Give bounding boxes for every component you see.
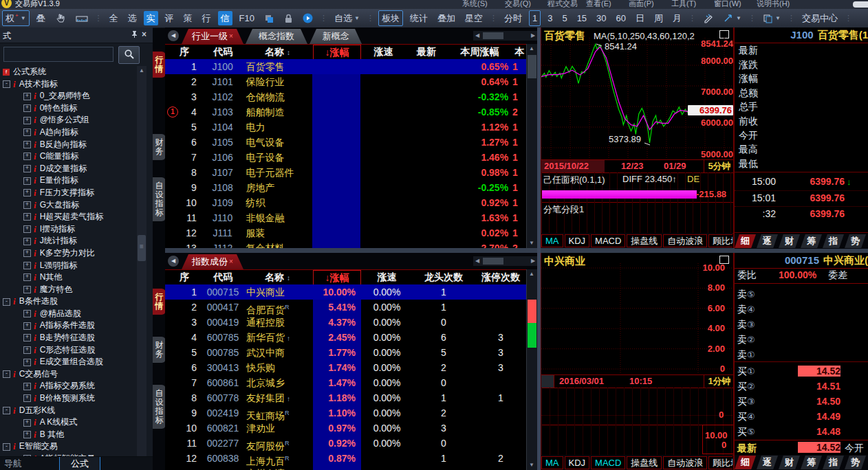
table-row[interactable]: 1000715中兴商业10.00%0.00%1 bbox=[165, 284, 527, 300]
toolbar-item-60[interactable]: 60 bbox=[614, 11, 629, 25]
menu-画面(P)[interactable]: 画面(P) bbox=[629, 0, 654, 9]
toolbar-item-全[interactable]: 全 bbox=[107, 11, 121, 25]
expand-icon[interactable]: + bbox=[23, 310, 31, 317]
toolbar-item-信[interactable]: 信 bbox=[218, 11, 232, 25]
scrollbar-thumb[interactable] bbox=[483, 258, 503, 265]
tree-item[interactable]: +iK多空势力对比 bbox=[0, 247, 136, 260]
expand-icon[interactable]: + bbox=[23, 165, 31, 172]
scroll-up-icon[interactable]: ▲ bbox=[137, 66, 147, 76]
menu-交易(Q)[interactable]: 交易(Q) bbox=[505, 0, 531, 9]
table-row[interactable]: 3J102仓储物流-0.32%1 bbox=[165, 89, 527, 105]
tree-item[interactable]: +iA指标交易系统 bbox=[0, 380, 136, 392]
expand-icon[interactable]: + bbox=[23, 431, 31, 438]
indicator-tab-KDJ[interactable]: KDJ bbox=[565, 456, 590, 469]
search-button[interactable] bbox=[118, 46, 140, 64]
table-row[interactable]: 11J110非银金融1.63%1 bbox=[165, 210, 527, 226]
toolbar-item-叠[interactable]: 叠 bbox=[34, 11, 48, 25]
period-label[interactable]: 5分钟 bbox=[704, 160, 735, 172]
toolbar-item-15[interactable]: 15 bbox=[574, 11, 589, 25]
close-tab-icon[interactable]: × bbox=[229, 32, 233, 40]
expand-icon[interactable]: + bbox=[23, 201, 31, 209]
table-row[interactable]: 2J101保险行业0.64%1 bbox=[165, 74, 527, 90]
expand-icon[interactable]: + bbox=[23, 359, 31, 366]
toolbar-item-评[interactable]: 评 bbox=[162, 11, 177, 25]
table-scrollbar[interactable]: ▲▼ bbox=[526, 44, 537, 248]
tree-item[interactable]: +iG大盘指标 bbox=[0, 199, 136, 212]
toolbar-item-叠加[interactable]: 叠加 bbox=[435, 11, 458, 25]
menu-说明书(H)[interactable]: 说明书(H) bbox=[757, 0, 790, 9]
expand-icon[interactable]: + bbox=[23, 383, 31, 390]
table-row[interactable]: 3000419通程控股4.37%0.00%0 bbox=[165, 315, 527, 331]
toolbar-item-月[interactable]: 月 bbox=[670, 11, 684, 25]
scrollbar-thumb[interactable] bbox=[528, 55, 536, 78]
toolbar-item-自选[interactable]: 自选▼ bbox=[332, 11, 362, 25]
toolbar-item-1[interactable]: 1 bbox=[529, 10, 541, 26]
stock-chart-canvas[interactable] bbox=[541, 263, 734, 374]
expand-icon[interactable]: + bbox=[23, 346, 31, 354]
hand-icon[interactable] bbox=[52, 11, 69, 25]
strip-tab-财务[interactable]: 财务 bbox=[153, 337, 166, 363]
expand-icon[interactable]: + bbox=[23, 394, 31, 402]
toolbar-item-3[interactable]: 3 bbox=[545, 11, 555, 25]
quote-tab-逐[interactable]: 逐 bbox=[757, 234, 778, 248]
tab-bar-scrollbar[interactable]: ◀▶ bbox=[473, 31, 537, 41]
tree-item[interactable]: -iC交易信号 bbox=[0, 368, 136, 381]
expand-icon[interactable]: + bbox=[23, 249, 31, 257]
tree-item[interactable]: +iJ统计指标 bbox=[0, 235, 136, 247]
indicator-tab-顾比均线[interactable]: 顾比均线 bbox=[708, 456, 733, 469]
table-row[interactable]: 5000785武汉中商1.77%0.00%53 bbox=[165, 345, 527, 361]
strip-tab-行情[interactable]: 行情 bbox=[153, 52, 166, 78]
pin-icon[interactable] bbox=[131, 30, 139, 39]
quote-tab-势[interactable]: 势 bbox=[845, 234, 866, 248]
scroll-up-icon[interactable]: ▲ bbox=[527, 269, 536, 279]
lock-icon[interactable] bbox=[281, 11, 296, 25]
collapse-icon[interactable]: - bbox=[3, 443, 10, 451]
quote-tab-细[interactable]: 细 bbox=[735, 234, 756, 248]
tree-item[interactable]: +iN其他 bbox=[0, 271, 136, 284]
tree-item[interactable]: +iF压力支撑指标 bbox=[0, 187, 136, 199]
indicator-tab-MACD[interactable]: MACD bbox=[591, 456, 625, 469]
column-header-名称[interactable]: 名称↕ bbox=[242, 270, 313, 285]
scrollbar-thumb[interactable] bbox=[483, 32, 503, 39]
indicator-tab-KDJ[interactable]: KDJ bbox=[565, 234, 590, 247]
toolbar-item-选[interactable]: 选 bbox=[125, 11, 140, 25]
strip-tab-行情[interactable]: 行情 bbox=[153, 289, 166, 315]
menu-工具(T)[interactable]: 工具(T) bbox=[671, 0, 696, 9]
table-row[interactable]: 7600861北京城乡1.47%0.00%0 bbox=[165, 375, 527, 391]
toolbar-item-5[interactable]: 5 bbox=[559, 11, 569, 25]
draw-icon[interactable] bbox=[700, 11, 717, 25]
quote-tab-筹[interactable]: 筹 bbox=[801, 456, 822, 469]
indicator-tab-MA[interactable]: MA bbox=[541, 234, 563, 247]
tree-item[interactable]: +iA K线模式 bbox=[0, 416, 136, 429]
table-row[interactable]: 7J106电子设备1.46%1 bbox=[165, 150, 527, 166]
play-icon[interactable] bbox=[300, 11, 316, 25]
table-row[interactable]: 10J109纺织0.92%1 bbox=[165, 195, 527, 211]
expand-icon[interactable]: + bbox=[23, 117, 31, 124]
toolbar-item-交易中心[interactable]: 交易中心 bbox=[799, 11, 840, 25]
toolbar-item-统计[interactable]: 统计 bbox=[407, 11, 431, 25]
indicator-tab-操盘线[interactable]: 操盘线 bbox=[627, 234, 662, 247]
toolbar-item-实[interactable]: 实 bbox=[144, 11, 158, 25]
tree-item[interactable]: +iI摆动指标 bbox=[0, 223, 136, 236]
indicator-tab-自动波浪[interactable]: 自动波浪 bbox=[663, 456, 707, 469]
collapse-icon[interactable]: - bbox=[3, 80, 10, 88]
collapse-icon[interactable]: - bbox=[3, 298, 10, 306]
scroll-down-icon[interactable]: ▼ bbox=[527, 460, 536, 470]
quote-tab-指[interactable]: 指 bbox=[823, 456, 844, 469]
horizontal-splitter[interactable] bbox=[165, 248, 868, 253]
tree-item[interactable]: +iD成交量指标 bbox=[0, 163, 136, 175]
table-row[interactable]: 10600821津劝业0.97%0.00%3 bbox=[165, 421, 527, 436]
tree-item[interactable]: +i0_交易师特色 bbox=[0, 90, 136, 102]
tree-item[interactable]: +iE成交量组合选股 bbox=[0, 356, 136, 368]
menu-系统(S)[interactable]: 系统(S) bbox=[462, 0, 488, 9]
tab-指数成份[interactable]: 指数成份× bbox=[182, 254, 243, 269]
tree-item[interactable]: f公式系统 bbox=[0, 66, 136, 78]
close-tab-icon[interactable]: × bbox=[229, 258, 233, 265]
tree-item[interactable]: +i0特色指标 bbox=[0, 102, 136, 115]
expand-icon[interactable]: + bbox=[23, 273, 31, 281]
table-row[interactable]: 4J103船舶制造-0.85%21 bbox=[165, 104, 527, 120]
quote-tab-筹[interactable]: 筹 bbox=[801, 234, 822, 248]
tree-item[interactable]: +iC形态特征选股 bbox=[0, 344, 136, 357]
scroll-up-icon[interactable]: ▲ bbox=[527, 44, 536, 54]
expand-icon[interactable]: + bbox=[23, 189, 31, 197]
